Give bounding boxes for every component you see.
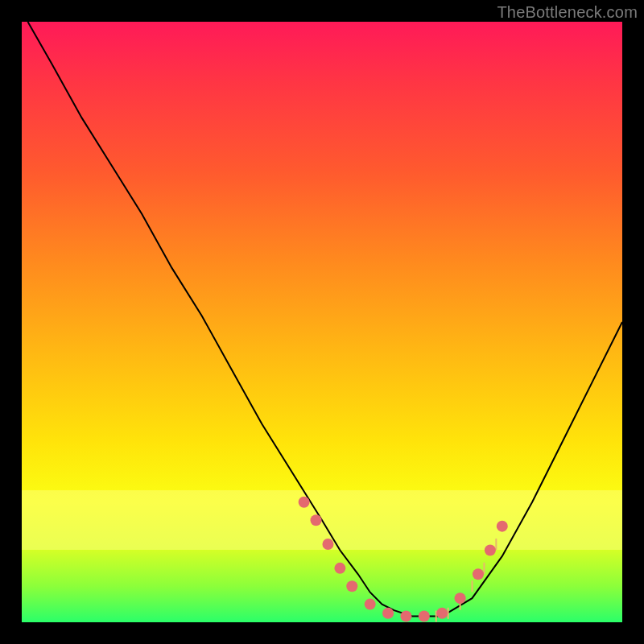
data-dot xyxy=(473,568,484,580)
chart-svg xyxy=(22,22,622,622)
data-dot xyxy=(299,497,310,508)
data-dot xyxy=(419,611,430,622)
data-dot xyxy=(400,611,411,622)
data-dot xyxy=(455,592,466,604)
curve-dots xyxy=(299,497,508,622)
data-dot xyxy=(365,599,376,610)
data-dot xyxy=(382,608,394,619)
bottleneck-curve xyxy=(28,22,623,617)
data-dot xyxy=(485,544,496,555)
data-dot xyxy=(436,608,448,619)
data-dot xyxy=(346,580,357,592)
data-dot xyxy=(311,514,322,526)
data-dot xyxy=(497,521,508,532)
plot-area xyxy=(22,22,622,622)
data-dot xyxy=(322,539,333,550)
chart-frame: TheBottleneck.com xyxy=(0,0,644,644)
data-dot xyxy=(334,563,345,574)
watermark-text: TheBottleneck.com xyxy=(497,3,638,22)
